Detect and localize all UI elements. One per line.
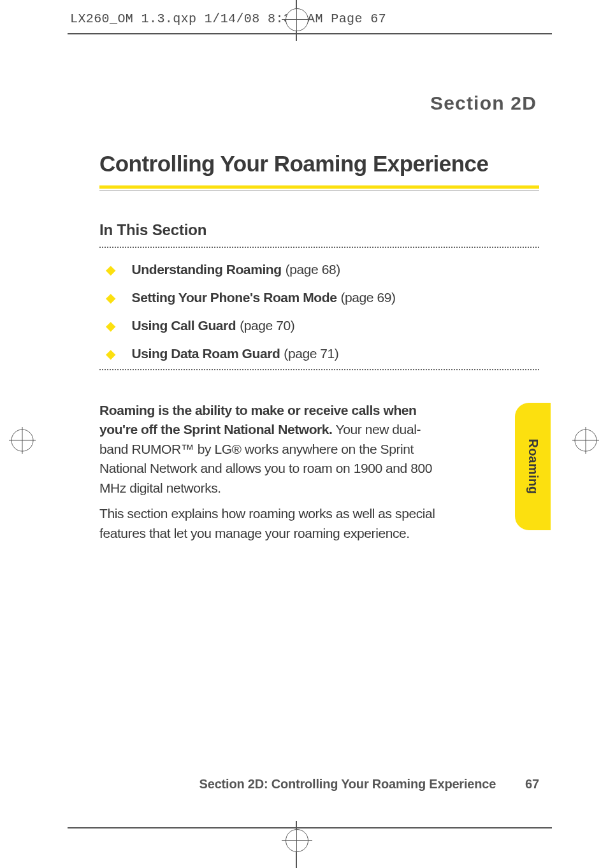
registration-mark-icon — [9, 427, 36, 454]
page-footer: Section 2D: Controlling Your Roaming Exp… — [99, 777, 539, 792]
toc-item-title: Setting Your Phone's Roam Mode — [132, 290, 337, 305]
toc-item: ◆ Using Call Guard (page 70) — [99, 318, 539, 333]
footer-section-title: Section 2D: Controlling Your Roaming Exp… — [199, 777, 496, 792]
crop-mark — [68, 33, 552, 34]
diamond-bullet-icon: ◆ — [106, 347, 115, 360]
title-rule-accent — [99, 185, 539, 189]
registration-mark-icon — [286, 8, 308, 31]
toc-item-title: Using Call Guard — [132, 318, 236, 333]
toc-item: ◆ Using Data Roam Guard (page 71) — [99, 346, 539, 361]
body-paragraph: This section explains how roaming works … — [99, 504, 444, 543]
chapter-title: Controlling Your Roaming Experience — [99, 151, 539, 177]
registration-mark-icon — [572, 427, 599, 454]
crop-mark — [68, 827, 552, 828]
registration-mark-icon — [286, 829, 308, 852]
diamond-bullet-icon: ◆ — [106, 319, 115, 332]
body-copy: Roaming is the ability to make or receiv… — [99, 401, 444, 543]
toc-item-title: Using Data Roam Guard — [132, 346, 280, 361]
diamond-bullet-icon: ◆ — [106, 263, 115, 276]
print-header-slug: LX260_OM 1.3.qxp 1/14/08 8:35 AM Page 67 — [70, 11, 386, 26]
dotted-rule — [99, 247, 539, 248]
subhead-in-this-section: In This Section — [99, 221, 539, 239]
diamond-bullet-icon: ◆ — [106, 291, 115, 304]
toc-item: ◆ Setting Your Phone's Roam Mode (page 6… — [99, 290, 539, 305]
dotted-rule — [99, 369, 539, 370]
section-label: Section 2D — [99, 92, 537, 114]
toc-item-page: (page 68) — [286, 262, 340, 277]
toc-item-page: (page 70) — [240, 318, 294, 333]
toc-list: ◆ Understanding Roaming (page 68) ◆ Sett… — [99, 262, 539, 361]
toc-item: ◆ Understanding Roaming (page 68) — [99, 262, 539, 277]
toc-item-page: (page 69) — [340, 290, 395, 305]
body-paragraph: Roaming is the ability to make or receiv… — [99, 401, 444, 498]
footer-page-number: 67 — [525, 777, 539, 792]
title-rule — [99, 190, 539, 191]
toc-item-title: Understanding Roaming — [132, 262, 282, 277]
toc-item-page: (page 71) — [284, 346, 338, 361]
